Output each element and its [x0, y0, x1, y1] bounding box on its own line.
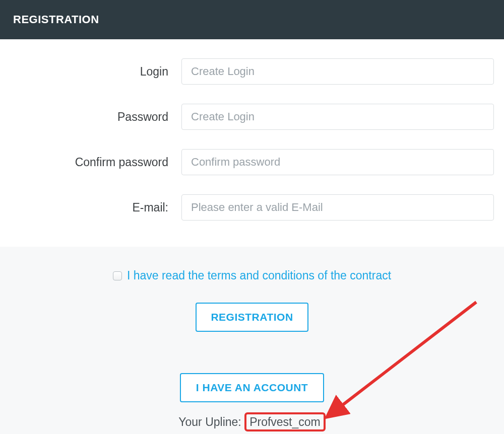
- field-row-confirm: Confirm password: [10, 149, 494, 175]
- field-row-email: E-mail:: [10, 194, 494, 221]
- login-label: Login: [10, 65, 181, 79]
- email-input[interactable]: [181, 194, 494, 221]
- upline-label: Your Upline:: [178, 415, 244, 428]
- password-label: Password: [10, 110, 181, 124]
- confirm-password-label: Confirm password: [10, 156, 181, 169]
- page-title: REGISTRATION: [13, 13, 99, 26]
- email-label: E-mail:: [10, 201, 181, 214]
- page-header: REGISTRATION: [0, 0, 504, 39]
- confirm-password-input[interactable]: [181, 149, 494, 175]
- field-row-password: Password: [10, 104, 494, 130]
- terms-link[interactable]: I have read the terms and conditions of …: [127, 269, 391, 282]
- register-button[interactable]: REGISTRATION: [196, 303, 308, 332]
- terms-checkbox[interactable]: [113, 271, 122, 280]
- bottom-panel: I have read the terms and conditions of …: [0, 247, 504, 434]
- upline-row: Your Upline: Profvest_com: [10, 415, 494, 429]
- have-account-button[interactable]: I HAVE AN ACCOUNT: [180, 373, 324, 402]
- login-input[interactable]: [181, 58, 494, 85]
- terms-row: I have read the terms and conditions of …: [10, 269, 494, 282]
- field-row-login: Login: [10, 58, 494, 85]
- registration-form: Login Password Confirm password E-mail:: [0, 39, 504, 221]
- upline-value: Profvest_com: [244, 412, 326, 431]
- password-input[interactable]: [181, 104, 494, 130]
